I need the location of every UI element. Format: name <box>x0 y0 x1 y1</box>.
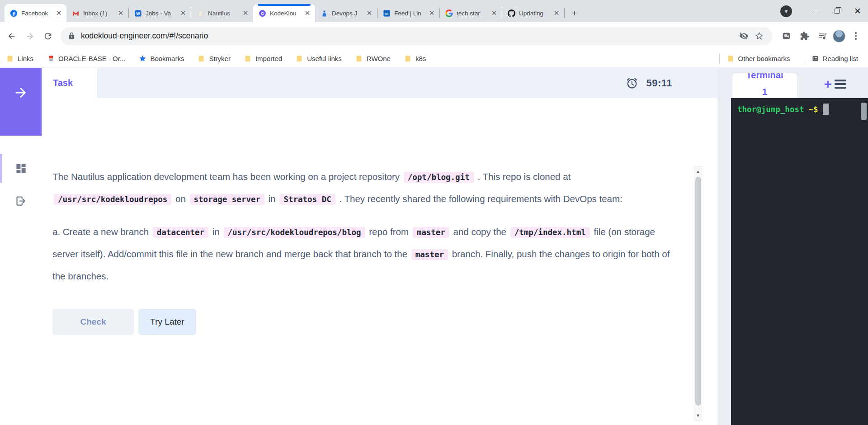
playlist-music-icon <box>818 31 827 41</box>
try-later-button[interactable]: Try Later <box>138 309 196 335</box>
bookmark-item[interactable]: Imported <box>244 55 282 62</box>
other-bookmarks-label: Other bookmarks <box>738 55 790 62</box>
bookmark-item[interactable]: Useful links <box>296 55 342 62</box>
tab-label: Facebook <box>21 10 51 17</box>
tab-close-icon[interactable]: ✕ <box>241 9 250 17</box>
tabs-container: Facebook✕Inbox (1)✕WJobs - Va✕Nautilus✕G… <box>5 4 565 22</box>
check-button[interactable]: Check <box>52 309 134 335</box>
task-text: and copy the <box>451 227 509 237</box>
playlist-button[interactable] <box>815 28 830 44</box>
tab-close-icon[interactable]: ✕ <box>55 9 63 17</box>
star-outline-icon <box>755 31 764 41</box>
back-button[interactable] <box>3 27 21 45</box>
terminal-scrollbar-thumb[interactable] <box>861 103 867 120</box>
extensions-button[interactable] <box>797 28 812 44</box>
browser-tab-kodekloud[interactable]: GKodeKlou✕ <box>253 4 315 22</box>
task-text: in <box>266 194 278 204</box>
terminal-screen[interactable]: thor@jump_host ~$ <box>731 98 868 425</box>
github-icon <box>508 9 515 17</box>
sidebar-item-dashboard[interactable] <box>0 152 42 184</box>
new-tab-button[interactable]: + <box>568 7 581 19</box>
tab-close-icon[interactable]: ✕ <box>117 9 125 17</box>
bookmark-page-button[interactable] <box>751 28 767 44</box>
scrollbar-thumb[interactable] <box>695 177 701 406</box>
address-bar[interactable]: kodekloud-engineer.com/#!/scenario <box>61 27 772 45</box>
bookmark-label: ORACLE-BASE - Or... <box>58 55 125 62</box>
tab-close-icon[interactable]: ✕ <box>365 9 373 17</box>
inline-code: Stratos DC <box>279 194 335 205</box>
browser-tab-gmail[interactable]: Inbox (1)✕ <box>66 4 128 22</box>
bookmark-item[interactable]: Links <box>6 55 33 62</box>
media-extension-button[interactable] <box>778 28 794 44</box>
url-text[interactable]: kodekloud-engineer.com/#!/scenario <box>81 31 736 41</box>
task-text: The Nautilus application development tea… <box>52 171 402 182</box>
reload-button[interactable] <box>39 27 57 45</box>
browser-tab-linkedin[interactable]: inFeed | Lin✕ <box>377 4 439 22</box>
profile-avatar[interactable] <box>833 30 845 42</box>
browser-tab-facebook[interactable]: Facebook✕ <box>5 4 66 22</box>
bookmark-item[interactable]: Bookmarks <box>139 55 184 62</box>
tab-search-button[interactable]: ▼ <box>780 5 792 17</box>
bookmark-item[interactable]: Stryker <box>198 55 231 62</box>
tab-close-icon[interactable]: ✕ <box>303 9 311 17</box>
terminal-tab-number: 1 <box>732 84 797 98</box>
close-window-button[interactable]: ✕ <box>847 0 868 22</box>
sidebar-expand-button[interactable] <box>0 68 42 136</box>
reading-list-button[interactable]: Reading list <box>811 55 858 62</box>
window-controls: ▼ ✕ <box>780 0 868 22</box>
inline-code: master <box>413 227 449 238</box>
google-icon <box>445 9 453 17</box>
browser-menu-button[interactable] <box>848 32 863 40</box>
browser-tab-google[interactable]: tech star✕ <box>440 4 502 22</box>
kodekloud-icon: G <box>259 9 266 17</box>
folder-icon <box>6 55 14 62</box>
puzzle-icon <box>800 31 809 41</box>
new-terminal-button[interactable]: + <box>824 78 832 90</box>
tab-close-icon[interactable]: ✕ <box>490 9 498 17</box>
forward-button[interactable] <box>21 27 39 45</box>
privacy-button[interactable] <box>736 28 751 44</box>
bookmark-item[interactable]: k8s <box>404 55 426 62</box>
browser-tab-jobs[interactable]: WJobs - Va✕ <box>129 4 191 22</box>
browser-tab-devops[interactable]: Devops J✕ <box>315 4 377 22</box>
eye-slash-icon <box>739 31 749 41</box>
browser-tab-github[interactable]: Updating✕ <box>502 4 564 22</box>
bookmark-item[interactable]: ORACLE-BASE - Or... <box>47 55 125 62</box>
inline-code: /opt/blog.git <box>404 172 474 183</box>
task-text: . They recently shared the following req… <box>337 194 623 204</box>
task-panel: Task 59:11 The Nautilus application deve… <box>42 68 717 425</box>
tab-close-icon[interactable]: ✕ <box>428 9 436 17</box>
task-scrollbar[interactable]: ▲ ▼ <box>694 166 702 420</box>
terminal-menu-button[interactable] <box>835 80 846 89</box>
maximize-button[interactable] <box>826 0 847 22</box>
tab-label: tech star <box>457 10 486 17</box>
bookmark-label: Stryker <box>209 55 231 62</box>
extensions-row <box>778 28 863 44</box>
tab-label: Updating <box>519 10 549 17</box>
scroll-up-arrow[interactable]: ▲ <box>694 167 702 176</box>
tab-label: Devops J <box>332 10 362 17</box>
bookmark-label: Imported <box>255 55 282 62</box>
scroll-down-arrow[interactable]: ▼ <box>694 411 702 420</box>
browser-tab-nautilus[interactable]: Nautilus✕ <box>191 4 253 22</box>
tab-task[interactable]: Task <box>42 68 97 98</box>
devops-icon <box>321 9 328 17</box>
minimize-button[interactable] <box>806 0 826 22</box>
bookmarks-bar: LinksORACLE-BASE - Or...BookmarksStryker… <box>0 50 868 68</box>
sidebar-item-logout[interactable] <box>0 184 42 217</box>
task-text: . This repo is cloned at <box>475 171 571 182</box>
tab-label: KodeKlou <box>270 10 300 17</box>
inline-code: /tmp/index.html <box>510 227 590 238</box>
tab-close-icon[interactable]: ✕ <box>552 9 561 17</box>
divider <box>719 54 720 64</box>
bookmark-item[interactable]: RWOne <box>355 55 391 62</box>
tab-close-icon[interactable]: ✕ <box>179 9 187 17</box>
tab-label: Inbox (1) <box>83 10 113 17</box>
other-bookmarks-button[interactable]: Other bookmarks <box>727 55 790 62</box>
inline-code: /usr/src/kodekloudrepos <box>54 194 171 205</box>
terminal-tab-label: Terminal <box>732 73 797 84</box>
inline-code: storage server <box>190 194 265 205</box>
bookmark-label: Links <box>18 55 33 62</box>
task-body: The Nautilus application development tea… <box>42 98 717 335</box>
terminal-tab[interactable]: Terminal 1 <box>732 73 797 98</box>
